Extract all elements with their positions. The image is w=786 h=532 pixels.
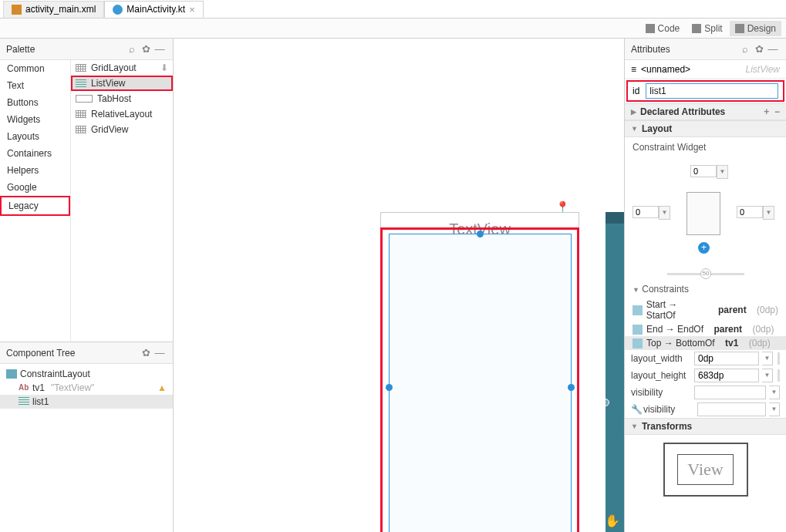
tabhost-icon <box>76 95 93 103</box>
cw-left-input[interactable] <box>633 206 659 218</box>
constraints-subheader[interactable]: ▼ Constraints <box>625 281 786 298</box>
pal-listview[interactable]: ListView <box>71 76 173 91</box>
cat-buttons[interactable]: Buttons <box>0 94 70 111</box>
cat-common[interactable]: Common <box>0 60 70 77</box>
textview-icon: Ab <box>19 383 29 392</box>
cw-add-bottom[interactable]: + <box>698 242 710 254</box>
list-label: list1 <box>606 382 624 389</box>
pal-gridlayout[interactable]: GridLayout <box>71 60 173 76</box>
listview-icon <box>19 397 29 406</box>
constraint-start[interactable]: Start → StartOf parent (0dp) <box>625 298 786 322</box>
component-name: <unnamed> <box>641 64 690 75</box>
cat-containers[interactable]: Containers <box>0 145 70 162</box>
lh-input[interactable]: 683dp <box>694 369 759 382</box>
constraint-widget[interactable]: ▼ ▼ ▼ + 50 <box>625 157 786 281</box>
minimize-icon[interactable]: — <box>153 346 167 360</box>
constraint-icon <box>633 338 643 348</box>
tab-main-activity[interactable]: MainActivity.kt × <box>104 1 203 18</box>
handle-right[interactable] <box>568 384 575 391</box>
cw-top-input[interactable] <box>690 165 717 177</box>
kotlin-file-icon <box>113 5 123 15</box>
handle-top[interactable] <box>477 231 484 237</box>
tab-label: activity_main.xml <box>25 4 96 15</box>
pan-icon[interactable]: ✋ <box>605 513 620 528</box>
viewmode-design[interactable]: Design <box>730 21 781 36</box>
handle-left[interactable] <box>602 399 609 406</box>
warning-icon: ▲ <box>157 382 167 393</box>
editor-tabs: activity_main.xml MainActivity.kt × <box>0 0 786 19</box>
constraint-widget-label: Constraint Widget <box>625 137 786 157</box>
prop-layout-width: layout_width0dp▼ <box>625 350 786 367</box>
constraint-icon <box>633 305 643 315</box>
search-icon[interactable]: ⌕ <box>738 42 752 56</box>
prop-layout-height: layout_height683dp▼ <box>625 367 786 384</box>
design-canvas[interactable]: 📍 📍 TextView TextView list1 ✋ <box>174 39 624 532</box>
cw-center[interactable] <box>686 192 720 235</box>
code-icon <box>646 24 655 33</box>
cat-layouts[interactable]: Layouts <box>0 128 70 145</box>
minimize-icon[interactable]: — <box>153 42 167 56</box>
minimize-icon[interactable]: — <box>766 42 780 56</box>
lw-input[interactable]: 0dp <box>694 352 759 365</box>
cw-right-dd[interactable]: ▼ <box>763 206 774 220</box>
gridview-icon <box>76 126 86 133</box>
listview-icon <box>76 79 86 87</box>
cat-text[interactable]: Text <box>0 77 70 94</box>
section-transforms[interactable]: ▼Transforms <box>625 418 786 435</box>
view-mode-switcher: Code Split Design <box>0 19 786 39</box>
cat-helpers[interactable]: Helpers <box>0 162 70 179</box>
bias-knob[interactable]: 50 <box>700 268 711 279</box>
selection-box[interactable] <box>389 234 572 532</box>
section-layout[interactable]: ▼Layout <box>625 120 786 137</box>
vis2-input[interactable] <box>697 402 766 416</box>
tab-activity-main[interactable]: activity_main.xml <box>3 1 104 18</box>
viewmode-code[interactable]: Code <box>640 21 686 36</box>
lh-dd[interactable]: ▼ <box>762 369 773 382</box>
download-icon[interactable]: ⬇ <box>160 62 168 73</box>
vis-input[interactable] <box>694 386 766 399</box>
cat-legacy[interactable]: Legacy <box>0 196 70 216</box>
blueprint-preview[interactable]: TextView list1 <box>606 212 624 532</box>
component-tree: ConstraintLayout Abtv1"TextView"▲ list1 <box>0 364 173 412</box>
cw-left-dd[interactable]: ▼ <box>659 206 670 220</box>
relativelayout-icon <box>76 110 86 118</box>
bias-slider[interactable]: 50 <box>667 273 744 275</box>
constraint-icon <box>633 325 643 335</box>
lw-dd[interactable]: ▼ <box>762 352 773 365</box>
gear-icon[interactable]: ✿ <box>139 42 153 56</box>
section-declared[interactable]: ▶Declared Attributes+ − <box>625 103 786 120</box>
pal-gridview[interactable]: GridView <box>71 122 173 137</box>
tab-label: MainActivity.kt <box>127 4 185 15</box>
constraint-end[interactable]: End → EndOf parent (0dp) <box>625 322 786 336</box>
id-row: id <box>626 80 784 102</box>
component-type: ListView <box>746 64 780 75</box>
close-icon[interactable]: × <box>189 4 195 15</box>
viewmode-split[interactable]: Split <box>686 21 727 36</box>
id-input[interactable] <box>646 83 778 99</box>
design-icon <box>735 24 744 33</box>
gridlayout-icon <box>76 64 86 72</box>
cat-widgets[interactable]: Widgets <box>0 111 70 128</box>
gear-icon[interactable]: ✿ <box>752 42 766 56</box>
tree-tv1[interactable]: Abtv1"TextView"▲ <box>0 381 173 395</box>
palette-body: Common Text Buttons Widgets Layouts Cont… <box>0 60 173 342</box>
pal-tabhost[interactable]: TabHost <box>71 91 173 106</box>
palette-categories: Common Text Buttons Widgets Layouts Cont… <box>0 60 71 342</box>
pal-relativelayout[interactable]: RelativeLayout <box>71 106 173 122</box>
tree-list1[interactable]: list1 <box>0 395 173 409</box>
vis-dd[interactable]: ▼ <box>769 386 780 399</box>
palette-header: Palette ⌕ ✿ — <box>0 39 173 60</box>
id-label: id <box>633 86 639 96</box>
gear-icon[interactable]: ✿ <box>139 346 153 360</box>
vis2-dd[interactable]: ▼ <box>769 402 780 416</box>
xml-file-icon <box>12 5 22 15</box>
tree-root[interactable]: ConstraintLayout <box>0 367 173 381</box>
handle-left[interactable] <box>386 384 393 391</box>
constraint-top[interactable]: Top → BottomOf tv1 (0dp) <box>625 336 786 350</box>
cw-right-input[interactable] <box>737 206 763 218</box>
textview-label: TextView <box>606 225 624 237</box>
search-icon[interactable]: ⌕ <box>125 42 139 56</box>
cw-top-dd[interactable]: ▼ <box>717 165 728 179</box>
component-tree-title: Component Tree <box>6 348 139 359</box>
cat-google[interactable]: Google <box>0 179 70 196</box>
